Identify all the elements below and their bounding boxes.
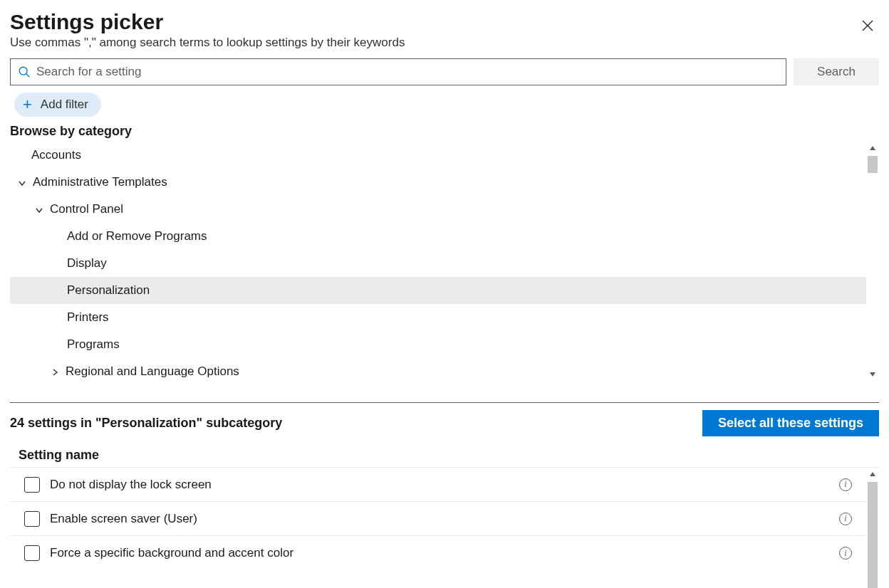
list-scrollbar[interactable]: [866, 468, 879, 588]
add-filter-button[interactable]: + Add filter: [14, 93, 101, 117]
tree-item-accounts[interactable]: Accounts: [10, 142, 866, 169]
checkbox[interactable]: [24, 511, 40, 527]
svg-marker-6: [870, 472, 875, 476]
scroll-thumb[interactable]: [868, 482, 878, 588]
select-all-button[interactable]: Select all these settings: [702, 410, 879, 436]
scroll-up-arrow[interactable]: [866, 468, 879, 481]
tree-item-printers[interactable]: Printers: [10, 304, 866, 331]
search-wrap: [10, 58, 786, 85]
category-tree-container: Accounts Administrative Templates Contro…: [10, 142, 879, 381]
settings-picker-panel: Settings picker Use commas "," among sea…: [0, 0, 889, 588]
info-icon[interactable]: i: [839, 513, 852, 525]
tree-label: Administrative Templates: [33, 175, 167, 189]
search-row: Search: [10, 58, 879, 85]
tree-label: Printers: [67, 310, 109, 325]
scroll-up-arrow[interactable]: [866, 142, 879, 154]
tree-label: Control Panel: [50, 202, 123, 216]
tree-label: Personalization: [67, 283, 150, 298]
scroll-thumb[interactable]: [868, 156, 878, 173]
browse-by-category-label: Browse by category: [10, 124, 879, 139]
search-input[interactable]: [31, 59, 786, 85]
setting-row[interactable]: Force a specific background and accent c…: [10, 536, 866, 570]
chevron-down-icon: [34, 204, 44, 214]
search-button[interactable]: Search: [794, 58, 879, 85]
column-header-setting-name[interactable]: Setting name: [10, 443, 879, 467]
info-icon[interactable]: i: [839, 547, 852, 560]
setting-name: Enable screen saver (User): [50, 512, 839, 526]
tree-item-regional-options[interactable]: Regional and Language Options: [10, 358, 866, 381]
tree-scrollbar[interactable]: [866, 142, 879, 381]
tree-item-programs[interactable]: Programs: [10, 331, 866, 358]
page-subtitle: Use commas "," among search terms to loo…: [10, 36, 405, 50]
setting-name: Force a specific background and accent c…: [50, 546, 839, 560]
checkbox[interactable]: [24, 477, 40, 493]
results-count: 24 settings in "Personalization" subcate…: [10, 416, 282, 431]
tree-label: Add or Remove Programs: [67, 229, 207, 243]
tree-label: Programs: [67, 337, 120, 352]
svg-point-2: [19, 67, 27, 75]
settings-list-container: Do not display the lock screen i Enable …: [10, 467, 879, 588]
chevron-right-icon: [50, 367, 60, 377]
search-icon: [18, 65, 31, 78]
tree-item-add-remove-programs[interactable]: Add or Remove Programs: [10, 223, 866, 250]
close-icon: [862, 20, 873, 31]
info-icon[interactable]: i: [839, 478, 852, 491]
header-row: Settings picker Use commas "," among sea…: [10, 10, 879, 58]
setting-row[interactable]: Enable screen saver (User) i: [10, 502, 866, 536]
tree-item-control-panel[interactable]: Control Panel: [10, 196, 866, 223]
tree-label: Accounts: [31, 148, 81, 162]
setting-row[interactable]: Do not display the lock screen i: [10, 468, 866, 502]
plus-icon: +: [23, 97, 32, 112]
close-button[interactable]: [856, 14, 879, 37]
add-filter-label: Add filter: [41, 98, 88, 112]
chevron-down-icon: [17, 177, 27, 187]
scroll-down-arrow[interactable]: [866, 368, 879, 381]
tree-label: Display: [67, 256, 107, 271]
setting-name: Do not display the lock screen: [50, 478, 839, 492]
svg-line-3: [26, 74, 30, 78]
category-tree: Accounts Administrative Templates Contro…: [10, 142, 866, 381]
section-divider: [10, 402, 879, 403]
svg-marker-4: [870, 146, 875, 150]
svg-marker-5: [870, 372, 875, 377]
tree-item-display[interactable]: Display: [10, 250, 866, 277]
results-header-row: 24 settings in "Personalization" subcate…: [10, 410, 879, 436]
settings-list: Do not display the lock screen i Enable …: [10, 468, 866, 588]
page-title: Settings picker: [10, 10, 405, 34]
tree-label: Regional and Language Options: [66, 364, 239, 379]
checkbox[interactable]: [24, 545, 40, 561]
tree-item-personalization[interactable]: Personalization: [10, 277, 866, 304]
tree-item-administrative-templates[interactable]: Administrative Templates: [10, 169, 866, 196]
